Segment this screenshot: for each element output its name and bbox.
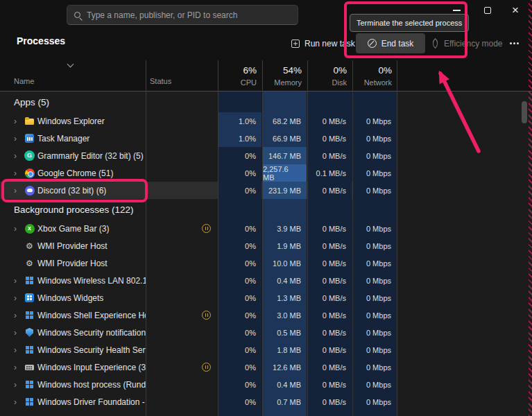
expand-chevron-icon[interactable]: ›	[14, 329, 22, 337]
process-row[interactable]: ›Grammarly Editor (32 bit) (5)0%146.7 MB…	[0, 147, 532, 164]
memory-cell: 3.9 MB	[262, 220, 307, 237]
expand-chevron-icon[interactable]: ›	[14, 169, 22, 177]
column-header-status[interactable]: Status	[150, 77, 171, 85]
network-cell: 0 Mbps	[352, 376, 397, 393]
maximize-button[interactable]	[475, 1, 500, 19]
network-value: 0 Mbps	[353, 393, 397, 410]
section-header-row[interactable]: Background processes (122)	[0, 199, 532, 220]
disk-value: 0 MB/s	[308, 324, 352, 341]
expand-chevron-icon[interactable]: ›	[14, 363, 22, 372]
expand-chevron-icon[interactable]: ›	[14, 311, 22, 320]
heatmap-cell	[263, 199, 307, 220]
sort-chevron-icon	[67, 61, 74, 68]
process-row[interactable]	[0, 410, 532, 416]
process-row[interactable]: ›Windows Explorer1.0%68.2 MB0 MB/s0 Mbps	[0, 112, 532, 130]
expand-chevron-icon[interactable]: ›	[14, 398, 22, 406]
scrollbar-thumb[interactable]	[522, 101, 527, 123]
expand-chevron-icon[interactable]: ›	[14, 225, 22, 233]
suspended-pause-icon	[202, 363, 211, 372]
memory-cell: 66.9 MB	[262, 130, 307, 147]
more-options-button[interactable]	[505, 33, 523, 53]
cpu-value: 0%	[218, 289, 261, 306]
memory-cell: 0.5 MB	[262, 324, 307, 341]
process-row[interactable]: ›Windows Driver Foundation - ...0%0.7 MB…	[0, 393, 532, 410]
network-value: 0 Mbps	[353, 112, 397, 130]
efficiency-mode-button[interactable]: Efficiency mode	[431, 33, 503, 53]
cpu-value	[218, 410, 261, 416]
process-status-cell	[146, 289, 218, 306]
process-row[interactable]: ›Windows Widgets0%1.3 MB0 MB/s0 Mbps	[0, 289, 532, 306]
disk-cell	[307, 410, 352, 416]
network-value: 0 Mbps	[353, 272, 397, 289]
search-box[interactable]	[67, 5, 298, 25]
column-header-cpu[interactable]: 6% CPU	[218, 65, 262, 87]
process-name: Grammarly Editor (32 bit) (5)	[37, 151, 144, 161]
process-row[interactable]: ›Windows Input Experience (3)0%12.6 MB0 …	[0, 358, 532, 376]
process-name: Windows Wireless LAN 802.1...	[37, 276, 146, 286]
disk-value: 0 MB/s	[308, 182, 352, 199]
process-row[interactable]: ›Windows Shell Experience Hos...0%3.0 MB…	[0, 306, 532, 324]
process-name-cell: ⚙WMI Provider Host	[0, 237, 146, 254]
process-row[interactable]: ›Windows Security Health Servi...0%1.8 M…	[0, 341, 532, 358]
cpu-cell: 0%	[218, 220, 262, 237]
column-header-disk[interactable]: 0% Disk	[307, 65, 352, 87]
memory-cell: 12.6 MB	[262, 358, 307, 376]
process-row[interactable]: ›Windows Wireless LAN 802.1...0%0.4 MB0 …	[0, 272, 532, 289]
network-cell: 0 Mbps	[352, 272, 397, 289]
cpu-value: 1.0%	[218, 112, 261, 130]
network-total-percent: 0%	[352, 65, 392, 76]
process-row[interactable]: ⚙WMI Provider Host0%10.0 MB0 MB/s0 Mbps	[0, 254, 532, 272]
heatmap-cell	[308, 92, 352, 112]
close-icon	[512, 4, 519, 17]
process-row[interactable]: ›Windows host process (Rundll...0%0.4 MB…	[0, 376, 532, 393]
memory-cell	[262, 410, 307, 416]
expand-chevron-icon[interactable]: ›	[14, 346, 22, 354]
process-name-cell: ›Windows Security Health Servi...	[0, 341, 146, 358]
process-name: Windows Security notification ...	[37, 328, 146, 338]
process-row[interactable]: ›Task Manager1.0%66.9 MB0 MB/s0 Mbps	[0, 130, 532, 147]
memory-cell: 1.3 MB	[262, 289, 307, 306]
process-status-cell	[146, 324, 218, 341]
process-name: Task Manager	[37, 134, 89, 144]
process-name-cell: ›Windows Shell Experience Hos...	[0, 306, 146, 324]
process-row[interactable]: ›Google Chrome (51)0%2,257.6 MB0.1 MB/s0…	[0, 164, 532, 182]
memory-value: 10.0 MB	[263, 254, 307, 272]
expand-chevron-icon[interactable]: ›	[14, 381, 22, 389]
memory-cell: 2,257.6 MB	[262, 164, 307, 182]
expand-chevron-icon[interactable]: ›	[14, 152, 22, 160]
run-new-task-button[interactable]: Run new task	[291, 33, 355, 53]
memory-value: 12.6 MB	[263, 358, 307, 376]
cpu-cell: 0%	[218, 254, 262, 272]
end-task-tooltip: Terminate the selected process	[350, 14, 469, 32]
search-input[interactable]	[87, 10, 291, 20]
heatmap-cell	[308, 199, 352, 220]
disk-value: 0 MB/s	[308, 289, 352, 306]
expand-chevron-icon[interactable]: ›	[14, 117, 22, 125]
network-value: 0 Mbps	[353, 220, 397, 237]
section-header-row[interactable]: Apps (5)	[0, 92, 532, 112]
process-row[interactable]: ⚙WMI Provider Host0%1.9 MB0 MB/s0 Mbps	[0, 237, 532, 254]
process-status-cell	[146, 272, 218, 289]
process-name: WMI Provider Host	[37, 259, 108, 268]
process-name-cell: ›Grammarly Editor (32 bit) (5)	[0, 147, 146, 164]
process-row[interactable]: ›Windows Security notification ...0%0.5 …	[0, 324, 532, 341]
column-header-network[interactable]: 0% Network	[352, 65, 397, 87]
expand-chevron-icon[interactable]: ›	[14, 135, 22, 143]
disk-cell: 0 MB/s	[307, 289, 352, 306]
process-name: Google Chrome (51)	[37, 168, 113, 178]
disk-cell: 0.1 MB/s	[307, 164, 352, 182]
expand-chevron-icon[interactable]: ›	[14, 277, 22, 285]
end-task-button[interactable]: End task	[356, 33, 425, 53]
expand-chevron-icon[interactable]: ›	[14, 187, 22, 195]
network-cell: 0 Mbps	[352, 112, 397, 130]
column-header-name[interactable]: Name	[14, 77, 34, 85]
process-row[interactable]: ›Xbox Game Bar (3)0%3.9 MB0 MB/s0 Mbps	[0, 220, 532, 237]
process-name: Windows Security Health Servi...	[37, 345, 146, 355]
process-name-cell: ›Xbox Game Bar (3)	[0, 220, 146, 237]
process-status-cell	[146, 376, 218, 393]
close-button[interactable]	[503, 1, 528, 19]
expand-chevron-icon[interactable]: ›	[14, 294, 22, 302]
column-header-memory[interactable]: 54% Memory	[262, 65, 307, 87]
network-value: 0 Mbps	[353, 376, 397, 393]
process-row[interactable]: ›Discord (32 bit) (6)0%231.9 MB0 MB/s0 M…	[0, 182, 532, 199]
